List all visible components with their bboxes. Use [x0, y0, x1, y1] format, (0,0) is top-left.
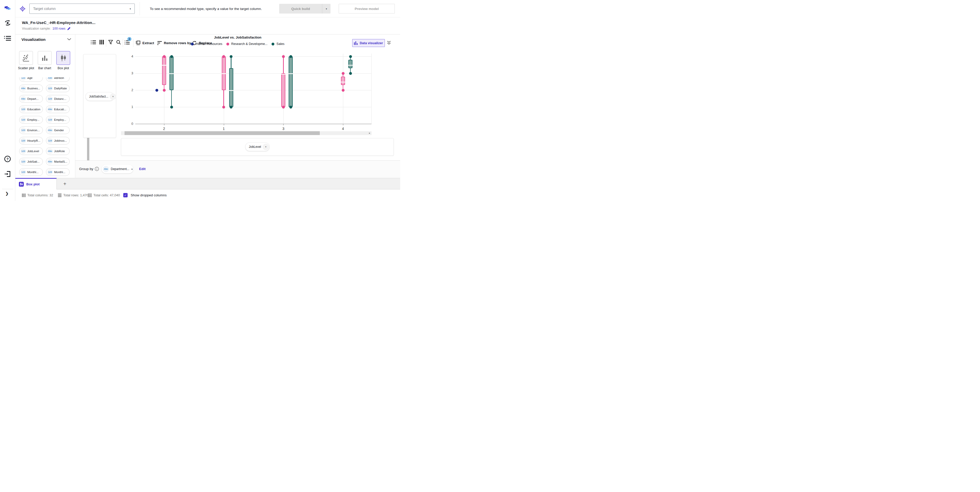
column-type-badge: Abc [103, 166, 109, 172]
x-tick [164, 124, 164, 125]
whisker-end-dot [222, 106, 225, 108]
column-chip[interactable]: 123Environ... [19, 126, 43, 134]
column-chip[interactable]: AbcJobRole [46, 147, 70, 155]
add-tab-button[interactable]: + [59, 178, 70, 189]
whisker-end-dot [290, 55, 292, 58]
box-median [289, 73, 293, 74]
target-column-select[interactable]: Target column ▾ [29, 3, 135, 14]
column-chip-label: JobInvo... [54, 139, 67, 142]
legend-item: Research & Developme... [226, 42, 267, 46]
whisker-end-dot [170, 55, 173, 58]
column-chip[interactable]: 123HourlyR... [19, 137, 43, 145]
column-chip[interactable]: 123DailyRate [46, 84, 70, 92]
help-icon[interactable]: ? [4, 156, 11, 162]
column-type-badge: 123 [21, 117, 26, 123]
caret-down-icon: ▾ [110, 94, 116, 100]
visualization-panel: Visualization Scatter plotBar chartBox p… [15, 35, 75, 178]
dataset-title: WA_Fn-UseC_-HR-Employee-Attrition... [22, 21, 95, 25]
column-chip-label: Monthl... [27, 170, 38, 174]
column-chip[interactable]: 123Monthl... [46, 168, 70, 176]
column-chip[interactable]: AbcMaritalS... [46, 158, 70, 166]
chart-hscrollbar-thumb[interactable] [124, 131, 320, 135]
whisker-end-dot [230, 106, 232, 108]
whisker-end-dot [349, 72, 352, 75]
models-icon[interactable] [4, 19, 11, 27]
visualization-sample: Visualization sample: 100 rows [22, 27, 71, 30]
x-axis-field-dropdown[interactable]: JobLevel ▾ [245, 142, 269, 151]
status-bar: Total columns: 32 Total rows: 1,470 Tota… [15, 189, 400, 201]
data-list-icon[interactable] [4, 36, 11, 41]
column-chip[interactable]: 123Education [19, 105, 43, 113]
column-chip[interactable]: 123JobLevel [19, 147, 43, 155]
chart-type-scatter-plot[interactable] [19, 51, 33, 65]
column-chip[interactable]: 123JobInvo... [46, 137, 70, 145]
chart-title: JobLevel vs. JobSatisfaction [75, 35, 400, 39]
svg-text:?: ? [6, 157, 9, 161]
divider [140, 2, 140, 15]
box [348, 60, 352, 68]
dataset-toolbar: WA_Fn-UseC_-HR-Employee-Attrition... Vis… [15, 18, 400, 35]
quick-build-caret[interactable]: ▾ [322, 4, 331, 14]
sample-value-link[interactable]: 100 rows [52, 27, 65, 30]
expand-panel-chevron-icon[interactable]: ❯ [5, 191, 9, 196]
info-icon[interactable] [95, 167, 99, 171]
legend-label: Human Resources [196, 42, 222, 46]
sample-label: Visualization sample: [22, 27, 51, 30]
whisker-end-dot [170, 106, 173, 108]
chart-type-bar-chart[interactable] [38, 51, 52, 65]
column-chip[interactable]: 123Employ... [46, 116, 70, 124]
column-chip[interactable]: AbcBusines... [19, 84, 43, 92]
column-chip[interactable]: AbcEducati... [46, 105, 70, 113]
chart-type-label: Box plot [55, 66, 72, 70]
whisker-end-dot [230, 55, 232, 58]
column-chip[interactable]: 123Monthl... [19, 168, 43, 176]
y-tick-label: 3 [125, 71, 133, 75]
edit-sample-pencil-icon[interactable] [67, 27, 71, 30]
column-chip[interactable]: 123Employ... [19, 116, 43, 124]
legend-dot-icon [191, 43, 194, 45]
total-columns-stat: Total columns: 32 [22, 189, 53, 201]
column-chip[interactable]: 123Age [19, 77, 43, 82]
x-tick-label: 1 [216, 127, 231, 131]
column-type-badge: 123 [21, 159, 26, 164]
column-type-badge: Abc [47, 127, 53, 133]
y-axis-field-dropdown[interactable]: JobSatisfact... ▾ [86, 92, 114, 101]
column-type-badge: 123 [47, 138, 53, 143]
legend-dot-icon [226, 43, 229, 45]
column-chip[interactable]: 123Distanc... [46, 95, 70, 103]
logout-icon[interactable] [4, 170, 11, 177]
x-tick-label: 4 [335, 127, 351, 131]
column-type-badge: 123 [47, 96, 53, 102]
x-axis-dropzone: JobLevel ▾ [121, 138, 394, 156]
group-by-row: Group by Abc Department... ▾ Edit [75, 160, 400, 178]
column-chip-label: Age [27, 77, 32, 80]
column-chip[interactable]: AbcAttrition [46, 77, 70, 82]
column-type-badge: 123 [21, 127, 26, 133]
column-chip-label: JobRole [54, 150, 65, 153]
box [281, 73, 285, 107]
app-logo-icon[interactable] [4, 5, 11, 12]
box-median [169, 73, 173, 74]
column-chip[interactable]: 123JobSati... [19, 158, 43, 166]
column-chip-label: Busines... [27, 87, 40, 90]
column-chip[interactable]: AbcDepart... [19, 95, 43, 103]
column-chip[interactable]: AbcGender [46, 126, 70, 134]
whisker-end-dot [349, 55, 352, 58]
group-by-edit-link[interactable]: Edit [139, 167, 146, 171]
box-plot-tab-icon [19, 182, 24, 186]
chart-type-box-plot[interactable] [56, 51, 70, 65]
scroll-right-icon[interactable]: ▸ [369, 132, 370, 134]
tab-box-plot[interactable]: Box plot [15, 178, 57, 189]
group-by-field-dropdown[interactable]: Abc Department... ▾ [102, 165, 133, 174]
column-chip-label: Education [27, 108, 40, 111]
show-dropped-checkbox[interactable]: ✓ [123, 193, 127, 197]
total-rows-stat: Total rows: 1,470 [58, 189, 88, 201]
quick-build-button[interactable]: Quick build ▾ [279, 4, 331, 14]
column-type-badge: Abc [47, 159, 53, 164]
box [229, 68, 233, 107]
collapse-chevron-icon[interactable] [67, 38, 71, 41]
legend-label: Research & Developme... [231, 42, 267, 46]
column-type-badge: Abc [47, 148, 53, 154]
column-chip-label: DailyRate [54, 87, 67, 90]
preview-model-button[interactable]: Preview model [339, 4, 395, 14]
